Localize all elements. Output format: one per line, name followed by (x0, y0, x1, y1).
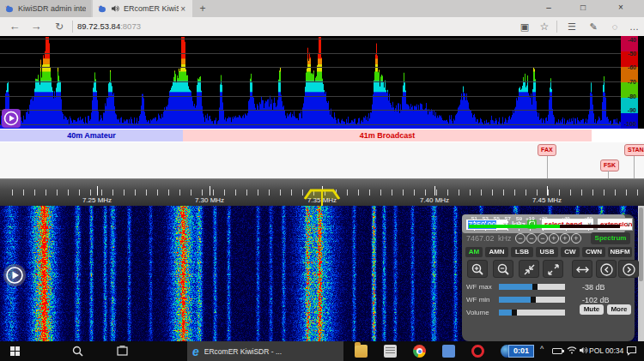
annotate-icon[interactable]: ✎ (585, 19, 602, 34)
zoom-to-band-button[interactable] (519, 260, 539, 278)
edge-task-button[interactable]: e ERcomER KiwiSDR - ... (187, 341, 343, 361)
wf-min-slider[interactable] (499, 297, 565, 303)
shift-left-button[interactable] (596, 260, 617, 278)
tab-title: ERcomER KiwiSDR · (124, 4, 179, 13)
volume-slider[interactable] (499, 310, 565, 316)
zoom-out-button[interactable]: − (515, 233, 526, 244)
mode-button-cw[interactable]: CW (561, 247, 580, 257)
spectrum-toggle-button[interactable]: Spectrum (591, 232, 630, 244)
favorites-star-icon[interactable]: ☆ (536, 19, 553, 34)
mute-button[interactable]: Mute (580, 304, 604, 315)
file-explorer-icon[interactable] (355, 345, 368, 358)
window-close-button[interactable]: × (606, 0, 635, 16)
blue-app-icon[interactable] (442, 345, 455, 358)
battery-icon[interactable] (552, 348, 562, 354)
gridline (0, 110, 621, 111)
mode-button-usb[interactable]: USB (536, 247, 558, 257)
db-label: -100 (621, 121, 636, 127)
band-bar: 40m Amateur 41m Broadcast (0, 129, 644, 142)
window-maximize-button[interactable]: □ (568, 0, 598, 16)
major-tick (210, 186, 210, 196)
zoom-out-max-button[interactable] (543, 260, 563, 278)
zoom-in-magnifier-button[interactable] (467, 260, 488, 278)
smeter-tick (519, 229, 519, 231)
mode-button-nbfm[interactable]: NBFM (608, 247, 632, 257)
spectrum-canvas[interactable] (0, 36, 621, 129)
band-40m-amateur[interactable]: 40m Amateur (0, 129, 183, 141)
zoom-in-button[interactable]: + (549, 233, 559, 244)
wf-max-slider[interactable] (499, 284, 565, 290)
refresh-button[interactable]: ↻ (52, 19, 67, 34)
mode-button-cwn[interactable]: CWN (582, 247, 605, 257)
reading-view-icon[interactable]: ▣ (516, 19, 533, 34)
language-indicator[interactable]: POL (589, 346, 604, 355)
clock[interactable]: 00:34 (605, 346, 623, 355)
gridline (0, 124, 621, 125)
mode-button-lsb[interactable]: LSB (511, 247, 533, 257)
waterfall-play-button[interactable] (3, 264, 26, 286)
spectrum-display[interactable]: -40 -50 -60 -70 -80 -90 -100 (0, 36, 644, 129)
zoom-in-button[interactable]: + (560, 233, 570, 244)
db-color-scale: -40 -50 -60 -70 -80 -90 -100 (621, 36, 638, 129)
band-41m-broadcast[interactable]: 41m Broadcast (183, 129, 592, 141)
passband-width-button[interactable] (572, 260, 592, 278)
notes-app-icon[interactable] (384, 345, 397, 358)
url-host: 89.72.53.84 (77, 21, 120, 31)
new-tab-button[interactable]: + (196, 2, 210, 15)
gridline (0, 53, 621, 54)
tab-close-icon[interactable]: × (179, 4, 187, 14)
passband-indicator[interactable] (303, 187, 341, 208)
mode-button-am[interactable]: AM (465, 247, 483, 257)
back-button[interactable]: ← (7, 19, 22, 34)
forward-button[interactable]: → (28, 19, 44, 34)
smeter-tick (566, 229, 567, 231)
tab-audio-speaker-icon[interactable] (111, 4, 119, 13)
share-icon[interactable]: ◌ (606, 19, 623, 34)
station-label-fsk[interactable]: FSK (600, 159, 619, 171)
shift-right-button[interactable] (618, 260, 639, 278)
start-button[interactable] (3, 341, 27, 361)
smeter-tick (543, 229, 544, 231)
url-field[interactable]: 89.72.53.84:8073 (77, 19, 438, 34)
tab-kiwisdr-admin[interactable]: KiwiSDR admin interface (0, 0, 91, 17)
edge-icon: e (192, 345, 199, 358)
gridline (0, 81, 621, 82)
spectrum-play-button[interactable] (2, 109, 21, 128)
kiwi-favicon-icon (5, 4, 14, 13)
chevron-down-icon: ∨ (626, 219, 630, 230)
zoom-in-button[interactable]: + (571, 233, 581, 244)
smeter-tick (588, 229, 589, 231)
frequency-scale[interactable]: 7.25 MHz 7.30 MHz 7.35 MHz 7.40 MHz 7.45… (0, 178, 644, 206)
scrollbar-thumb[interactable] (639, 208, 643, 281)
hub-icon[interactable]: ☰ (563, 19, 580, 34)
station-label-stanag[interactable]: STANAG (624, 144, 644, 156)
station-line (547, 156, 548, 178)
more-button[interactable]: More (607, 304, 631, 315)
network-icon[interactable] (567, 346, 577, 354)
action-center-icon[interactable] (626, 346, 637, 356)
task-view-button[interactable] (112, 341, 132, 361)
mode-button-amn[interactable]: AMN (485, 247, 508, 257)
smeter-green-fill (469, 225, 560, 228)
opera-icon[interactable] (471, 345, 484, 358)
db-label: -70 (621, 79, 636, 85)
volume-icon[interactable] (579, 346, 588, 355)
freq-label: 7.25 MHz (71, 196, 123, 204)
volume-label: Volume (466, 309, 499, 316)
window-minimize-button[interactable]: – (534, 0, 563, 16)
zoom-out-button[interactable]: − (526, 233, 537, 244)
taskbar-search-button[interactable] (67, 341, 88, 361)
tab-ercomer-kiwisdr[interactable]: ERcomER KiwiSDR · × (93, 0, 192, 17)
windows-taskbar: e ERcomER KiwiSDR - ... 0:01 ^ POL 00:34 (0, 341, 644, 361)
chrome-icon[interactable] (413, 345, 426, 358)
zoom-out-button[interactable]: − (538, 233, 548, 244)
db-label: -50 (621, 51, 636, 57)
zoom-out-magnifier-button[interactable] (493, 260, 513, 278)
khz-unit-label: kHz (498, 234, 512, 243)
major-tick (547, 186, 548, 196)
url-port: :8073 (120, 21, 141, 31)
station-label-fax[interactable]: FAX (538, 144, 556, 156)
timer-badge[interactable]: 0:01 (508, 345, 534, 358)
more-menu-icon[interactable]: … (626, 19, 643, 34)
hidden-icons-caret[interactable]: ^ (540, 345, 544, 353)
